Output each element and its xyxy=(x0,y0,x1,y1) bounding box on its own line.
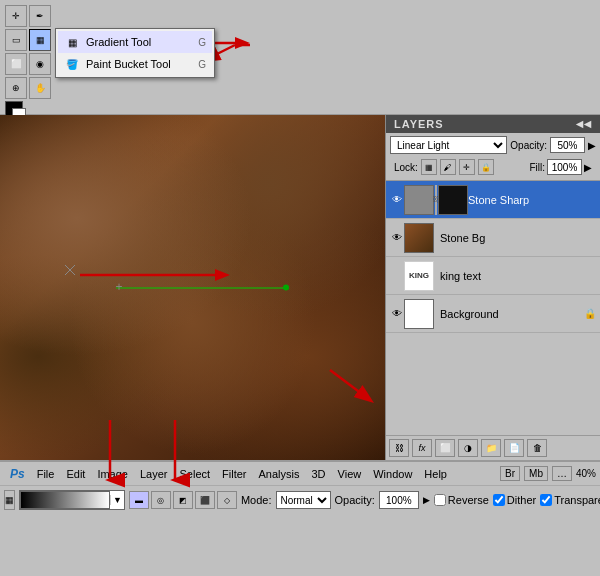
reflected-gradient-btn[interactable]: ⬛ xyxy=(195,491,215,509)
mode-label: Mode: xyxy=(241,494,272,506)
layer-king-text[interactable]: 👁 KING king text xyxy=(386,257,600,295)
group-layers-btn[interactable]: 📁 xyxy=(481,439,501,457)
lock-move-btn[interactable]: ✛ xyxy=(459,159,475,175)
lock-transparent-btn[interactable]: ▦ xyxy=(421,159,437,175)
bottom-toolbar: Ps File Edit Image Layer Select Filter A… xyxy=(0,460,600,516)
gradient-shortcut: G xyxy=(198,37,206,48)
fill-arrow[interactable]: ▶ xyxy=(584,162,592,173)
menu-layer[interactable]: Layer xyxy=(134,466,174,482)
menu-3d[interactable]: 3D xyxy=(306,466,332,482)
angle-gradient-btn[interactable]: ◩ xyxy=(173,491,193,509)
eraser-tool-btn[interactable]: ⬜ xyxy=(5,53,27,75)
svg-line-6 xyxy=(65,265,75,275)
add-mask-btn[interactable]: ⬜ xyxy=(435,439,455,457)
layer-eye-king-text[interactable]: 👁 xyxy=(390,269,404,283)
menu-file[interactable]: File xyxy=(31,466,61,482)
layers-panel: LAYERS ◀◀ Linear Light Opacity: ▶ Lock: … xyxy=(385,115,600,460)
menu-filter[interactable]: Filter xyxy=(216,466,252,482)
stone-texture xyxy=(0,115,385,460)
opacity-arrow[interactable]: ▶ xyxy=(588,140,596,151)
gradient-type-options: ▬ ◎ ◩ ⬛ ◇ xyxy=(129,491,237,509)
tool-dropdown-menu: ▦ Gradient Tool G 🪣 Paint Bucket Tool G xyxy=(55,28,215,78)
gradient-icon: ▦ xyxy=(64,34,80,50)
layer-thumbs-background xyxy=(404,299,434,329)
linear-gradient-btn[interactable]: ▬ xyxy=(129,491,149,509)
gradient-dropdown-arrow[interactable]: ▼ xyxy=(110,495,124,505)
diamond-gradient-btn[interactable]: ◇ xyxy=(217,491,237,509)
fill-input[interactable] xyxy=(547,159,582,175)
menu-image[interactable]: Image xyxy=(91,466,134,482)
opacity-label: Opacity: xyxy=(510,140,547,151)
gradient-line xyxy=(116,287,289,288)
opacity-bar-input[interactable] xyxy=(379,491,419,509)
layer-text-thumb: KING xyxy=(404,261,434,291)
paint-bucket-icon: 🪣 xyxy=(64,56,80,72)
options-bar: ▦ ▼ ▬ ◎ ◩ ⬛ ◇ Mode: Normal Opacity: ▶ Re… xyxy=(0,486,600,514)
blend-mode-select[interactable]: Linear Light xyxy=(390,136,507,154)
new-layer-btn[interactable]: 📄 xyxy=(504,439,524,457)
gradient-tool-btn[interactable]: ▦ xyxy=(29,29,51,51)
svg-marker-3 xyxy=(235,37,250,49)
rect-tool-btn[interactable]: ▭ xyxy=(5,29,27,51)
opacity-input[interactable] xyxy=(550,137,585,153)
layers-bottom-bar: ⛓ fx ⬜ ◑ 📁 📄 🗑 xyxy=(386,435,600,460)
layers-list: 👁 ⛓ Stone Sharp 👁 Stone Bg 👁 xyxy=(386,181,600,435)
svg-line-7 xyxy=(65,265,75,275)
gradient-preview-swatch[interactable]: ▼ xyxy=(19,490,125,510)
layer-background[interactable]: 👁 Background 🔒 xyxy=(386,295,600,333)
layer-fx-btn[interactable]: fx xyxy=(412,439,432,457)
reverse-checkbox[interactable] xyxy=(434,494,446,506)
mode-select[interactable]: Normal xyxy=(276,491,331,509)
menu-analysis[interactable]: Analysis xyxy=(253,466,306,482)
layer-thumbs-king-text: KING xyxy=(404,261,434,291)
eyedropper-tool-btn[interactable]: ⊕ xyxy=(5,77,27,99)
canvas-area[interactable] xyxy=(0,115,385,460)
paint-bucket-shortcut: G xyxy=(198,59,206,70)
fill-label: Fill: xyxy=(529,162,545,173)
bridge-btn[interactable]: Br xyxy=(500,466,520,481)
gradient-preview[interactable] xyxy=(20,491,110,509)
layer-eye-stone-sharp[interactable]: 👁 xyxy=(390,193,404,207)
transparency-checkbox[interactable] xyxy=(540,494,552,506)
layer-eye-background[interactable]: 👁 xyxy=(390,307,404,321)
menu-select[interactable]: Select xyxy=(174,466,217,482)
zoom-level: 40% xyxy=(576,468,596,479)
menu-window[interactable]: Window xyxy=(367,466,418,482)
dither-checkbox[interactable] xyxy=(493,494,505,506)
layer-eye-stone-bg[interactable]: 👁 xyxy=(390,231,404,245)
reverse-label: Reverse xyxy=(448,494,489,506)
layer-stone-sharp[interactable]: 👁 ⛓ Stone Sharp xyxy=(386,181,600,219)
lock-fill-row: Lock: ▦ 🖌 ✛ 🔒 Fill: ▶ xyxy=(390,157,596,177)
link-layers-btn[interactable]: ⛓ xyxy=(389,439,409,457)
menu-view[interactable]: View xyxy=(332,466,368,482)
layer-bg-thumb xyxy=(404,223,434,253)
layer-background-lock-icon: 🔒 xyxy=(584,308,596,319)
dodge-tool-btn[interactable]: ◉ xyxy=(29,53,51,75)
pen-tool-btn[interactable]: ✒ xyxy=(29,5,51,27)
radial-gradient-btn[interactable]: ◎ xyxy=(151,491,171,509)
gradient-tool-menu-item[interactable]: ▦ Gradient Tool G xyxy=(58,31,212,53)
layer-thumbs-stone-bg xyxy=(404,223,434,253)
layer-img-thumb xyxy=(438,185,468,215)
lock-all-btn[interactable]: 🔒 xyxy=(478,159,494,175)
delete-layer-btn[interactable]: 🗑 xyxy=(527,439,547,457)
opacity-bar-arrow[interactable]: ▶ xyxy=(423,495,430,505)
menu-help[interactable]: Help xyxy=(418,466,453,482)
dither-checkbox-group: Dither xyxy=(493,494,536,506)
lock-paint-btn[interactable]: 🖌 xyxy=(440,159,456,175)
menu-edit[interactable]: Edit xyxy=(60,466,91,482)
right-info: Br Mb … 40% xyxy=(500,466,596,481)
adjustment-btn[interactable]: ◑ xyxy=(458,439,478,457)
minibrige-btn[interactable]: Mb xyxy=(524,466,548,481)
top-toolbar: ✛ ✒ ▭ ▦ ⬜ ◉ ⊕ ✋ ▦ Gradient Tool G 🪣 xyxy=(0,0,600,115)
paint-bucket-menu-item[interactable]: 🪣 Paint Bucket Tool G xyxy=(58,53,212,75)
move-tool-btn[interactable]: ✛ xyxy=(5,5,27,27)
layers-panel-toggle[interactable]: ◀◀ xyxy=(576,119,592,129)
tool-preset-picker[interactable]: ▦ xyxy=(4,490,15,510)
more-btn[interactable]: … xyxy=(552,466,572,481)
layers-title: LAYERS xyxy=(394,118,444,130)
hand-tool-btn[interactable]: ✋ xyxy=(29,77,51,99)
lock-label: Lock: xyxy=(394,162,418,173)
layer-stone-bg[interactable]: 👁 Stone Bg xyxy=(386,219,600,257)
layer-thumbs-stone-sharp: ⛓ xyxy=(404,185,468,215)
